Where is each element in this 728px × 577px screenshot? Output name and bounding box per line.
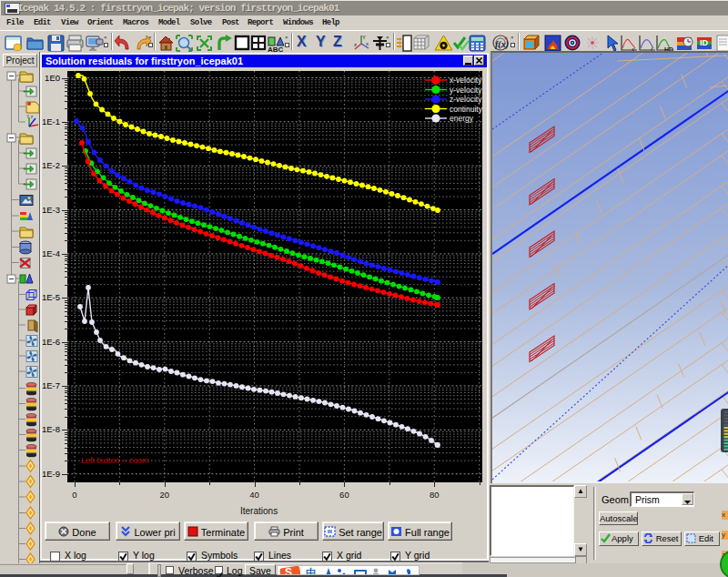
svg-text:continuity: continuity bbox=[450, 105, 482, 114]
svg-text:Y: Y bbox=[362, 35, 366, 40]
svg-text:z: z bbox=[354, 42, 357, 47]
svg-text:y-velocity: y-velocity bbox=[450, 86, 482, 95]
svg-text:S: S bbox=[285, 566, 292, 575]
svg-text:ID: ID bbox=[700, 38, 709, 47]
svg-text:energy: energy bbox=[450, 114, 474, 123]
svg-text:z-velocity: z-velocity bbox=[450, 95, 482, 104]
svg-text:ABC: ABC bbox=[268, 46, 284, 53]
svg-text:中: 中 bbox=[306, 567, 316, 575]
svg-text:Left button = zoom: Left button = zoom bbox=[81, 456, 149, 465]
svg-text:x-velocity: x-velocity bbox=[450, 76, 482, 85]
svg-text:x: x bbox=[366, 41, 369, 46]
svg-text:f(x): f(x) bbox=[495, 39, 509, 50]
